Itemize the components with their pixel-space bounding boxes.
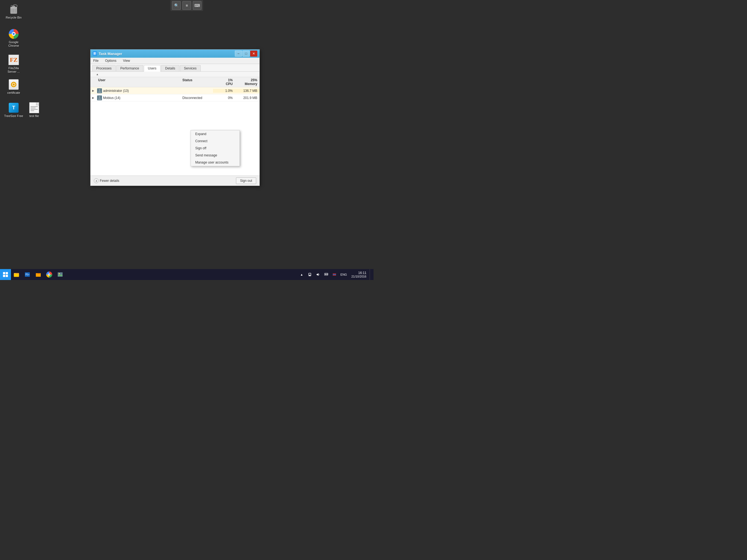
top-toolbar: 🔍 ≡ ⌨ xyxy=(170,0,203,11)
footer: ∧ Fewer details Sign out xyxy=(91,176,259,186)
user-avatar-icon xyxy=(97,88,102,93)
systray-lang-icon[interactable] xyxy=(331,269,338,280)
svg-rect-14 xyxy=(14,274,19,277)
svg-point-11 xyxy=(99,89,100,91)
svg-rect-10 xyxy=(95,54,96,55)
app-icon xyxy=(93,51,97,56)
row-user-name: administrator (13) xyxy=(96,88,180,93)
systray-sound-icon[interactable] xyxy=(314,269,322,280)
taskbar-file-explorer[interactable] xyxy=(11,269,22,280)
tab-details[interactable]: Details xyxy=(161,65,179,71)
treesize-label: TreeSize Free xyxy=(4,114,23,118)
minimize-button[interactable]: – xyxy=(235,51,242,57)
svg-rect-23 xyxy=(325,274,326,275)
svg-rect-21 xyxy=(309,275,310,276)
close-button[interactable]: ✕ xyxy=(250,51,257,57)
taskbar: PS> ▲ xyxy=(0,269,374,280)
svg-rect-25 xyxy=(328,274,328,275)
window-title: Task Manager xyxy=(99,52,122,56)
ctx-send-message[interactable]: Send message xyxy=(191,152,239,159)
svg-rect-7 xyxy=(94,52,95,54)
titlebar-left: Task Manager xyxy=(93,51,122,56)
svg-point-12 xyxy=(99,96,100,98)
chevron-up-icon: ∧ xyxy=(94,178,99,183)
taskbar-folder[interactable] xyxy=(33,269,44,280)
fewer-details-btn[interactable]: ∧ Fewer details xyxy=(94,178,119,183)
svg-rect-28 xyxy=(333,275,336,276)
menu-view[interactable]: View xyxy=(122,58,131,63)
recycle-bin-label: Recycle Bin xyxy=(6,16,22,19)
tab-performance[interactable]: Performance xyxy=(116,65,143,71)
col-cpu-header[interactable]: 1% CPU xyxy=(213,78,235,86)
desktop-icon-filezilla[interactable]: FZ FileZilla Server ... xyxy=(3,53,25,75)
taskbar-right: ▲ xyxy=(298,269,374,280)
tab-processes[interactable]: Processes xyxy=(92,65,115,71)
titlebar: Task Manager – □ ✕ xyxy=(91,50,259,58)
window-controls: – □ ✕ xyxy=(235,51,257,57)
taskbar-powershell[interactable]: PS> xyxy=(22,269,33,280)
recycle-bin-icon: ♻ xyxy=(8,4,19,15)
systray-network-icon[interactable] xyxy=(306,269,314,280)
maximize-button[interactable]: □ xyxy=(242,51,250,57)
clock-time: 16:11 xyxy=(351,271,366,275)
col-user-header[interactable]: User xyxy=(96,78,180,86)
desktop-icon-testfile[interactable]: test file xyxy=(23,101,45,119)
task-manager-window: Task Manager – □ ✕ File Options View Pro… xyxy=(90,49,260,186)
col-memory-header[interactable]: 25% Memory xyxy=(235,78,259,86)
desktop-icon-certificate[interactable]: certificate xyxy=(3,78,25,96)
table-row[interactable]: ▶ administrator (13) 1.0% 136.7 MB xyxy=(91,87,259,94)
user-avatar-icon xyxy=(97,96,102,100)
sign-out-button[interactable]: Sign out xyxy=(236,177,256,184)
svg-rect-9 xyxy=(94,54,95,55)
ctx-manage-accounts[interactable]: Manage user accounts xyxy=(191,159,239,166)
sort-arrow[interactable]: ▲ xyxy=(96,73,99,76)
row-expand-btn[interactable]: ▶ xyxy=(91,89,96,92)
taskbar-chrome[interactable] xyxy=(44,269,55,280)
svg-text:♻: ♻ xyxy=(10,5,13,8)
testfile-label: test file xyxy=(29,114,39,118)
column-headers: User Status 1% CPU 25% Memory xyxy=(91,77,259,87)
row-cpu: 1.0% xyxy=(213,89,235,93)
ctx-sign-off[interactable]: Sign off xyxy=(191,145,239,152)
desktop: 🔍 ≡ ⌨ ♻ Recycle Bin Google Chrom xyxy=(0,0,374,262)
testfile-icon xyxy=(29,102,40,113)
start-button[interactable] xyxy=(0,269,11,280)
ctx-expand[interactable]: Expand xyxy=(191,130,239,137)
svg-rect-22 xyxy=(325,273,328,275)
svg-rect-8 xyxy=(95,52,96,54)
menu-button[interactable]: ≡ xyxy=(182,1,191,10)
filezilla-icon: FZ xyxy=(8,54,19,65)
tab-services[interactable]: Services xyxy=(180,65,201,71)
clock-date: 21/10/2016 xyxy=(351,275,366,278)
zoom-button[interactable]: 🔍 xyxy=(172,1,181,10)
filezilla-label: FileZilla Server ... xyxy=(4,67,24,74)
row-cpu: 0% xyxy=(213,96,235,100)
col-status-header[interactable]: Status xyxy=(180,78,213,86)
row-memory: 201.9 MB xyxy=(235,96,259,100)
users-tab-content: ▲ User Status 1% CPU 25% Memory ▶ xyxy=(91,72,259,176)
taskbar-photo-viewer[interactable] xyxy=(55,269,66,280)
ctx-connect[interactable]: Connect xyxy=(191,137,239,145)
certificate-icon xyxy=(8,79,19,90)
svg-point-19 xyxy=(59,273,60,274)
language-label: ENG xyxy=(339,273,348,276)
desktop-icon-chrome[interactable]: Google Chrome xyxy=(3,27,25,49)
chrome-icon xyxy=(8,28,19,40)
menu-options[interactable]: Options xyxy=(104,58,117,63)
row-expand-btn[interactable]: ▶ xyxy=(91,96,96,99)
tab-users[interactable]: Users xyxy=(144,65,160,72)
show-desktop-btn[interactable] xyxy=(370,269,371,280)
desktop-icon-treesize[interactable]: T TreeSize Free xyxy=(3,101,25,119)
systray-chevron[interactable]: ▲ xyxy=(298,269,305,280)
menu-file[interactable]: File xyxy=(92,58,100,63)
menubar: File Options View xyxy=(91,58,259,64)
windows-logo-icon xyxy=(3,272,8,277)
desktop-icon-recycle-bin[interactable]: ♻ Recycle Bin xyxy=(3,3,25,21)
tab-bar: Processes Performance Users Details Serv… xyxy=(91,64,259,72)
keyboard-button[interactable]: ⌨ xyxy=(193,1,202,10)
table-row[interactable]: ▶ Mobius (14) Disconnected 0% 201.9 MB xyxy=(91,94,259,101)
svg-rect-24 xyxy=(327,274,327,275)
systray-power-icon[interactable] xyxy=(323,269,330,280)
notification-area: ▲ xyxy=(298,269,338,280)
clock-area[interactable]: 16:11 21/10/2016 xyxy=(349,271,368,278)
